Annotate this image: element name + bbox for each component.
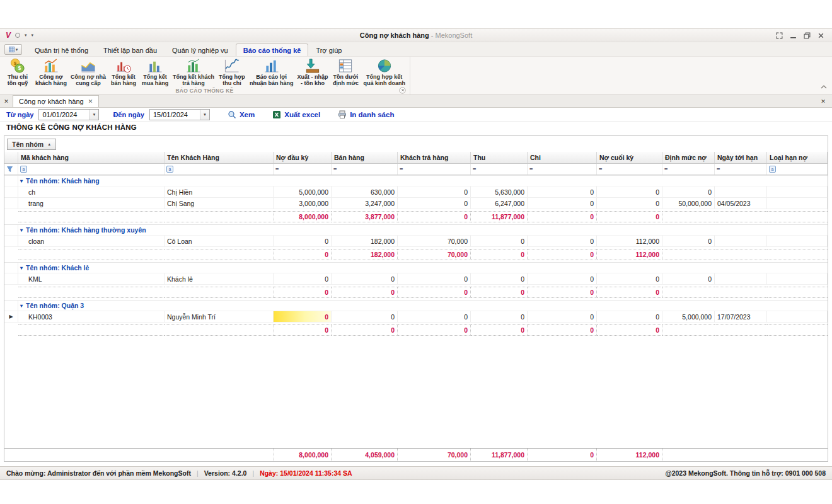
- ribbon-collapse-icon[interactable]: [821, 85, 827, 89]
- grid-cell[interactable]: 0: [662, 186, 715, 198]
- column-header[interactable]: Chi: [528, 152, 597, 163]
- collapse-triangle-icon[interactable]: ▾: [20, 178, 23, 184]
- ribbon-button[interactable]: Tổng kếtbán hàng: [108, 57, 139, 86]
- grid-cell[interactable]: 0: [597, 311, 662, 323]
- grid-cell[interactable]: 0: [662, 236, 715, 247]
- document-tab-cong-no-khach-hang[interactable]: Công nợ khách hàng ✕: [13, 95, 99, 107]
- grid-cell[interactable]: 182,000: [332, 236, 398, 247]
- grid-cell[interactable]: 0: [597, 198, 662, 209]
- grid-cell[interactable]: Chị Hiền: [165, 186, 274, 198]
- close-button[interactable]: [818, 32, 824, 39]
- grid-cell[interactable]: Chị Sang: [165, 198, 274, 209]
- qat-customize-icon[interactable]: ▾: [32, 33, 34, 38]
- group-header[interactable]: ▾Tên nhóm: Khách hàng thường xuyên: [18, 225, 828, 236]
- fullscreen-button[interactable]: [776, 32, 783, 39]
- filter-funnel-icon[interactable]: [4, 164, 18, 175]
- filter-cell[interactable]: =: [662, 164, 715, 175]
- ribbon-button[interactable]: Báo cáo lợinhuận bán hàng: [248, 57, 296, 86]
- from-date-input[interactable]: 01/01/2024 ▼: [38, 109, 99, 120]
- grid-cell[interactable]: 0: [398, 273, 471, 285]
- print-list-button[interactable]: In danh sách: [338, 110, 394, 119]
- ribbon-button[interactable]: Tổng hợp kếtquả kinh doanh: [361, 57, 407, 86]
- ribbon-button[interactable]: Tổng hợpthu chi: [216, 57, 248, 86]
- grid-cell[interactable]: 0: [398, 198, 471, 209]
- grid-cell[interactable]: 3,247,000: [332, 198, 398, 209]
- grid-cell[interactable]: 0: [398, 186, 471, 198]
- grid-cell[interactable]: 0: [471, 236, 528, 247]
- filter-cell[interactable]: =: [597, 164, 662, 175]
- ribbon-tab-item[interactable]: Quản trị hệ thống: [27, 43, 96, 56]
- grid-cell[interactable]: 0: [471, 273, 528, 285]
- grid-cell[interactable]: 0: [528, 311, 597, 323]
- ribbon-tab-item[interactable]: Thiết lập ban đầu: [96, 43, 165, 56]
- dialog-launcher-icon[interactable]: [399, 87, 406, 94]
- grid-cell[interactable]: [767, 311, 828, 323]
- grid-cell[interactable]: KH0003: [18, 311, 165, 323]
- column-header[interactable]: Loại hạn nợ: [767, 152, 828, 163]
- grid-cell[interactable]: 112,000: [597, 236, 662, 247]
- grid-cell[interactable]: 50,000,000: [662, 198, 715, 209]
- filter-cell[interactable]: =: [274, 164, 332, 175]
- filter-cell[interactable]: =: [471, 164, 528, 175]
- column-header[interactable]: Mã khách hàng: [18, 152, 165, 163]
- group-header[interactable]: ▾Tên nhóm: Khách lẻ: [18, 263, 828, 273]
- filter-cell[interactable]: =: [528, 164, 597, 175]
- column-header[interactable]: Khách trả hàng: [398, 152, 471, 163]
- grid-cell[interactable]: KML: [18, 273, 165, 285]
- close-all-tabs-button[interactable]: ✕: [0, 98, 13, 107]
- export-excel-button[interactable]: Xuất excel: [272, 110, 320, 119]
- ribbon-button[interactable]: Công nợkhách hàng: [33, 57, 69, 86]
- grid-cell[interactable]: [715, 236, 767, 247]
- view-button[interactable]: Xem: [228, 110, 255, 119]
- ribbon-tab-active[interactable]: Báo cáo thống kê: [236, 43, 309, 56]
- ribbon-button[interactable]: Tồn dướiđịnh mức: [330, 57, 361, 86]
- ribbon-button[interactable]: Tổng kếtmua hàng: [139, 57, 171, 86]
- grid-cell[interactable]: [767, 186, 828, 198]
- grid-cell[interactable]: 70,000: [398, 236, 471, 247]
- group-header[interactable]: ▾Tên nhóm: Quận 3: [18, 301, 828, 311]
- ribbon-button[interactable]: Xuất - nhập- tồn kho: [295, 57, 330, 86]
- column-header[interactable]: Nợ đầu kỳ: [274, 152, 332, 163]
- grid-cell[interactable]: 0: [528, 273, 597, 285]
- column-header[interactable]: Thu: [471, 152, 528, 163]
- grid-cell[interactable]: 04/05/2023: [715, 198, 767, 209]
- column-header[interactable]: Tên Khách Hàng: [165, 152, 274, 163]
- grid-cell[interactable]: 3,000,000: [274, 198, 332, 209]
- grid-cell[interactable]: Nguyễn Minh Trí: [165, 311, 274, 323]
- column-header[interactable]: Định mức nợ: [662, 152, 715, 163]
- chevron-down-icon[interactable]: ▾: [25, 33, 27, 38]
- grid-cell[interactable]: 0: [471, 311, 528, 323]
- grid-cell[interactable]: 0: [662, 273, 715, 285]
- filter-cell[interactable]: =: [398, 164, 471, 175]
- chevron-down-icon[interactable]: ▼: [89, 110, 98, 120]
- record-circle-icon[interactable]: [15, 33, 20, 38]
- grid-cell[interactable]: 0: [274, 311, 332, 323]
- collapse-triangle-icon[interactable]: ▾: [20, 227, 23, 233]
- grid-cell[interactable]: 0: [274, 236, 332, 247]
- grid-cell[interactable]: 5,000,000: [274, 186, 332, 198]
- grid-cell[interactable]: [715, 186, 767, 198]
- collapse-triangle-icon[interactable]: ▾: [20, 303, 23, 309]
- grid-cell[interactable]: cloan: [18, 236, 165, 247]
- tab-close-icon[interactable]: ✕: [88, 98, 93, 105]
- column-header[interactable]: Bán hàng: [332, 152, 398, 163]
- filter-cell[interactable]: =: [715, 164, 767, 175]
- grid-cell[interactable]: 17/07/2023: [715, 311, 767, 323]
- group-header[interactable]: ▾Tên nhóm: Khách hàng: [18, 176, 828, 186]
- grid-cell[interactable]: 0: [528, 236, 597, 247]
- grid-cell[interactable]: 0: [528, 186, 597, 198]
- filter-cell[interactable]: a: [767, 164, 828, 175]
- grid-cell[interactable]: 5,000,000: [662, 311, 715, 323]
- ribbon-button[interactable]: Công nợ nhàcung cấp: [69, 57, 108, 86]
- ribbon-button[interactable]: $$Thu chitồn quỹ: [2, 57, 33, 86]
- to-date-input[interactable]: 15/01/2024 ▼: [149, 109, 210, 120]
- chevron-down-icon[interactable]: ▼: [200, 110, 209, 120]
- ribbon-button[interactable]: Tổng kết kháchtrả hàng: [171, 57, 216, 86]
- minimize-button[interactable]: [790, 32, 797, 39]
- filter-cell[interactable]: =: [332, 164, 398, 175]
- grid-cell[interactable]: [767, 236, 828, 247]
- grid-cell[interactable]: Khách lẻ: [165, 273, 274, 285]
- grid-cell[interactable]: 5,630,000: [471, 186, 528, 198]
- grid-cell[interactable]: [767, 273, 828, 285]
- grid-cell[interactable]: [767, 198, 828, 209]
